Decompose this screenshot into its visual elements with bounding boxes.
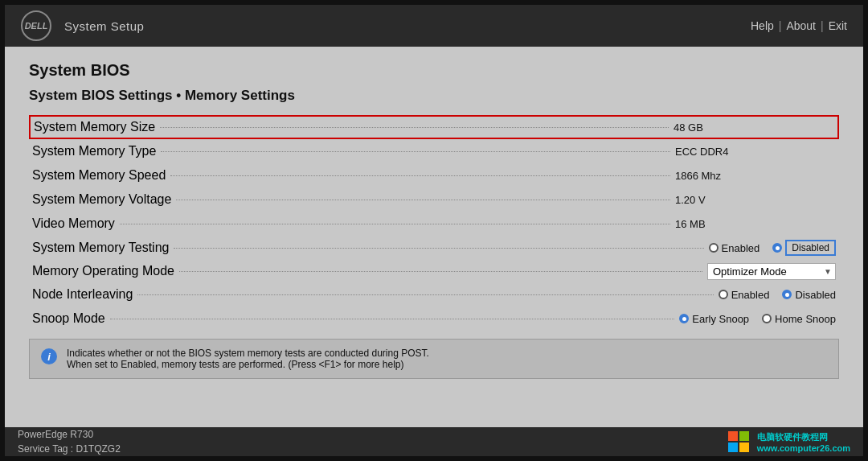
row-system-memory-type: System Memory Type ECC DDR4 [29,139,839,163]
content-area: System BIOS System BIOS Settings • Memor… [5,47,863,427]
label-system-memory-size: System Memory Size [34,120,155,134]
win-tile-blue [728,442,738,452]
win-tile-green [739,431,749,441]
service-tag: Service Tag : D1TQZG2 [18,442,121,456]
dot-line-4 [176,200,670,200]
win-tile-yellow [739,442,749,452]
radio-circle-home-snoop [762,314,772,323]
info-icon: i [41,348,57,364]
label-system-memory-voltage: System Memory Voltage [32,192,171,207]
watermark-line2: www.computer26.com [757,443,850,453]
radio-label-home-snoop: Home Snoop [775,313,836,325]
label-memory-operating-mode: Memory Operating Mode [32,264,174,278]
row-system-memory-size[interactable]: System Memory Size 48 GB [29,115,839,139]
radio-group-memory-testing: Enabled Disabled [709,240,836,256]
row-node-interleaving: Node Interleaving Enabled Disabled [29,282,839,307]
top-bar-left: DELL System Setup [21,10,144,41]
radio-label-early-snoop: Early Snoop [692,313,749,325]
info-text: Indicates whether or not the BIOS system… [67,348,429,370]
radio-circle-disabled-node [782,290,792,299]
radio-group-node-interleaving: Enabled Disabled [719,289,836,301]
info-line1: Indicates whether or not the BIOS system… [67,348,429,359]
radio-home-snoop[interactable]: Home Snoop [762,313,836,325]
dot-line-2 [161,151,670,152]
info-line2: When set to Enabled, memory tests are pe… [67,359,429,370]
top-bar-title: System Setup [64,19,144,33]
nav-help[interactable]: Help [751,19,774,32]
dot-line-3 [170,175,670,176]
value-system-memory-speed: 1866 Mhz [675,170,836,182]
bottom-bar-info: PowerEdge R730 Service Tag : D1TQZG2 [18,427,121,456]
dot-line-1 [160,127,669,128]
radio-disabled-node[interactable]: Disabled [782,289,836,301]
radio-group-snoop-mode: Early Snoop Home Snoop [679,313,836,325]
nav-about[interactable]: About [786,19,816,32]
separator-1: | [779,19,782,32]
nav-exit[interactable]: Exit [829,19,847,32]
radio-label-disabled-testing: Disabled [785,240,836,256]
row-memory-operating-mode: Memory Operating Mode Optimizer Mode ▼ [29,260,839,282]
row-video-memory: Video Memory 16 MB [29,212,839,236]
dell-logo: DELL [21,10,51,41]
radio-label-disabled-node: Disabled [795,289,836,301]
bios-title: System BIOS [29,61,839,80]
label-system-memory-type: System Memory Type [32,144,156,158]
dot-line-9 [110,319,675,319]
watermark-line1: 电脑软硬件教程网 [757,431,850,443]
value-system-memory-voltage: 1.20 V [675,194,836,206]
top-bar-nav: Help | About | Exit [751,19,847,32]
dropdown-memory-operating-mode[interactable]: Optimizer Mode ▼ [707,263,836,280]
win-tile-red [728,431,738,441]
radio-disabled-testing[interactable]: Disabled [772,240,836,256]
row-snoop-mode: Snoop Mode Early Snoop Home Snoop [29,307,839,331]
radio-label-enabled-node: Enabled [731,289,770,301]
watermark-area: 电脑软硬件教程网 www.computer26.com [757,431,850,453]
radio-circle-early-snoop [679,314,689,323]
separator-2: | [821,19,824,32]
service-tag-value: D1TQZG2 [76,443,120,455]
radio-early-snoop[interactable]: Early Snoop [679,313,749,325]
label-system-memory-testing: System Memory Testing [32,241,169,255]
bottom-bar: PowerEdge R730 Service Tag : D1TQZG2 电脑软… [5,427,863,456]
row-system-memory-testing: System Memory Testing Enabled Disabled [29,236,839,260]
value-system-memory-type: ECC DDR4 [675,146,836,158]
label-system-memory-speed: System Memory Speed [32,168,166,183]
dell-logo-text: DELL [25,21,48,31]
row-system-memory-voltage: System Memory Voltage 1.20 V [29,187,839,212]
dot-line-6 [174,248,703,249]
value-video-memory: 16 MB [675,218,836,230]
radio-label-enabled-testing: Enabled [722,242,760,254]
section-title: System BIOS Settings • Memory Settings [29,88,839,104]
dropdown-arrow-icon: ▼ [824,267,832,276]
radio-circle-enabled-node [719,290,728,299]
value-system-memory-size: 48 GB [674,121,834,134]
radio-circle-disabled-testing [772,243,782,253]
label-snoop-mode: Snoop Mode [32,311,105,326]
dot-line-5 [120,224,670,224]
model-label: PowerEdge R730 [18,427,121,442]
top-bar: DELL System Setup Help | About | Exit [5,5,863,47]
info-box: i Indicates whether or not the BIOS syst… [29,339,839,379]
row-system-memory-speed: System Memory Speed 1866 Mhz [29,163,839,187]
dropdown-value-text: Optimizer Mode [713,265,787,278]
bottom-bar-right: 电脑软硬件教程网 www.computer26.com [728,431,850,453]
dot-line-7 [179,271,702,272]
windows-logo [728,431,749,452]
radio-enabled-testing[interactable]: Enabled [709,242,760,254]
radio-enabled-node[interactable]: Enabled [719,289,770,301]
label-node-interleaving: Node Interleaving [32,287,133,302]
dot-line-8 [137,294,713,295]
radio-circle-enabled-testing [709,243,719,253]
service-tag-label: Service Tag : [18,443,76,455]
label-video-memory: Video Memory [32,216,115,231]
